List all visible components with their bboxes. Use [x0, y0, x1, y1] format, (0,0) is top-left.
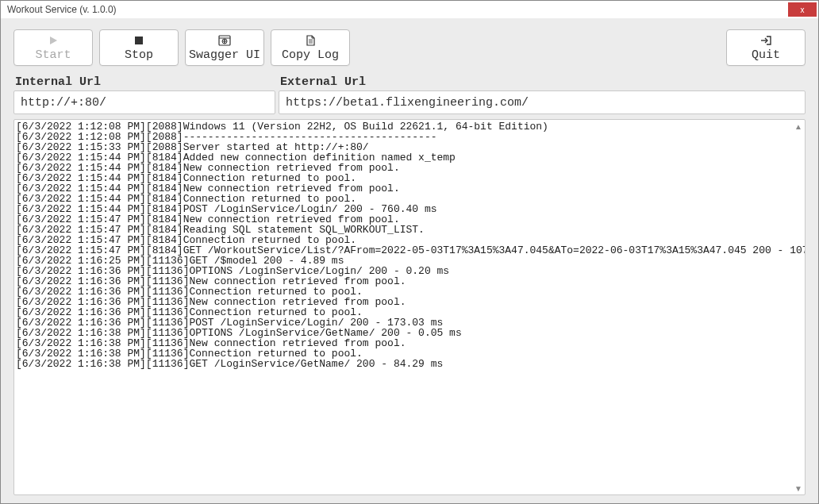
toolbar-spacer [356, 29, 720, 66]
quit-button-label: Quit [752, 48, 780, 62]
toolbar: Start Stop Swagger UI Copy Log Qui [9, 25, 810, 74]
internal-url-label: Internal Url [13, 74, 279, 90]
svg-rect-1 [135, 37, 143, 44]
external-url-label: External Url [279, 74, 806, 90]
log-panel: ▲ [6/3/2022 1:12:08 PM][2088]Windows 11 … [13, 119, 806, 495]
exit-icon [759, 34, 772, 47]
start-button-label: Start [35, 48, 71, 62]
swagger-button-label: Swagger UI [189, 48, 260, 62]
copy-log-button[interactable]: Copy Log [271, 29, 350, 66]
url-row: Internal Url External Url [9, 74, 810, 116]
quit-button[interactable]: Quit [726, 29, 806, 66]
titlebar: Workout Service (v. 1.0.0) x [1, 1, 818, 18]
stop-button[interactable]: Stop [99, 29, 179, 66]
stop-button-label: Stop [125, 48, 153, 62]
svg-marker-0 [50, 37, 57, 44]
external-url-section: External Url [279, 74, 806, 114]
stop-icon [134, 34, 144, 47]
globe-icon [218, 34, 231, 47]
window-close-button[interactable]: x [788, 2, 817, 17]
scroll-up-button[interactable]: ▲ [792, 120, 805, 133]
external-url-input[interactable] [279, 90, 806, 114]
play-icon [48, 34, 59, 47]
window-title: Workout Service (v. 1.0.0) [7, 4, 788, 15]
document-icon [306, 34, 315, 47]
copy-log-button-label: Copy Log [282, 48, 339, 62]
close-icon: x [801, 6, 805, 14]
internal-url-input[interactable] [13, 90, 275, 114]
content-area: Start Stop Swagger UI Copy Log Qui [1, 18, 818, 503]
start-button: Start [13, 29, 93, 66]
swagger-button[interactable]: Swagger UI [185, 29, 264, 66]
scroll-down-button[interactable]: ▼ [792, 482, 805, 494]
log-text[interactable]: [6/3/2022 1:12:08 PM][2088]Windows 11 (V… [14, 120, 805, 494]
internal-url-section: Internal Url [13, 74, 279, 114]
